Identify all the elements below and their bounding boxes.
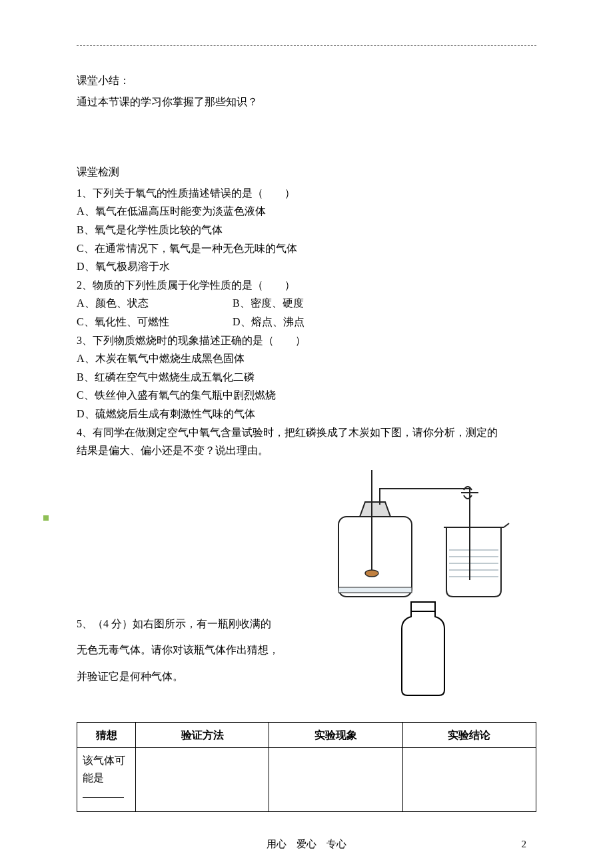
- q3-opt-a: A、木炭在氧气中燃烧生成黑色固体: [77, 350, 536, 367]
- page-footer: 用心 爱心 专心 2: [0, 836, 613, 852]
- q5-line1: 5、（4 分）如右图所示，有一瓶刚收满的: [77, 615, 536, 633]
- q2-opt-b: B、密度、硬度: [233, 295, 304, 312]
- q1-opt-b: B、氧气是化学性质比较的气体: [77, 221, 536, 239]
- q4-line1: 4、有同学在做测定空气中氧气含量试验时，把红磷换成了木炭如下图，请你分析，测定的: [77, 424, 536, 441]
- q2-opt-a: A、颜色、状态: [77, 295, 230, 312]
- q3-opt-d: D、硫燃烧后生成有刺激性气味的气体: [77, 405, 536, 423]
- table-row-guess[interactable]: 该气体可能是: [77, 748, 136, 812]
- table-h1: 猜想: [77, 722, 136, 748]
- table-row-conclusion[interactable]: [402, 748, 536, 812]
- answer-table: 猜想 验证方法 实验现象 实验结论 该气体可能是: [77, 722, 536, 813]
- apparatus-diagram-icon: [313, 463, 513, 610]
- table-h3: 实验现象: [269, 722, 402, 748]
- guess-blank[interactable]: [83, 787, 124, 798]
- gas-bottle-icon: [392, 590, 454, 697]
- top-divider: [77, 45, 536, 46]
- q4-line2: 结果是偏大、偏小还是不变？说出理由。: [77, 442, 536, 459]
- svg-point-3: [365, 570, 378, 577]
- table-h2: 验证方法: [136, 722, 269, 748]
- test-heading: 课堂检测: [77, 163, 536, 181]
- q3-opt-c: C、铁丝伸入盛有氧气的集气瓶中剧烈燃烧: [77, 387, 536, 404]
- table-row-phenomenon[interactable]: [269, 748, 402, 812]
- q5-line2: 无色无毒气体。请你对该瓶气体作出猜想，: [77, 641, 536, 659]
- guess-prefix: 该气体可能是: [83, 755, 125, 783]
- q3-opt-b: B、红磷在空气中燃烧生成五氧化二磷: [77, 369, 536, 386]
- summary-heading: 课堂小结：: [77, 72, 536, 89]
- q1-opt-d: D、氧气极易溶于水: [77, 258, 536, 275]
- footer-motto: 用心 爱心 专心: [267, 836, 346, 852]
- footer-page-number: 2: [522, 836, 527, 852]
- svg-rect-0: [338, 517, 412, 597]
- q3-stem: 3、下列物质燃烧时的现象描述正确的是（ ）: [77, 332, 536, 349]
- svg-rect-11: [411, 602, 435, 611]
- green-dot-icon: [43, 515, 49, 521]
- q2-stem: 2、物质的下列性质属于化学性质的是（ ）: [77, 277, 536, 294]
- q4-diagram: [77, 475, 536, 615]
- q1-opt-c: C、在通常情况下，氧气是一种无色无味的气体: [77, 240, 536, 257]
- q1-opt-a: A、氧气在低温高压时能变为淡蓝色液体: [77, 203, 536, 220]
- summary-prompt: 通过本节课的学习你掌握了那些知识？: [77, 93, 536, 111]
- q5-line3: 并验证它是何种气体。: [77, 668, 536, 685]
- table-row-method[interactable]: [136, 748, 269, 812]
- q2-opt-c: C、氧化性、可燃性: [77, 313, 230, 331]
- q2-opt-d: D、熔点、沸点: [233, 313, 305, 331]
- table-h4: 实验结论: [402, 722, 536, 748]
- q1-stem: 1、下列关于氧气的性质描述错误的是（ ）: [77, 185, 536, 202]
